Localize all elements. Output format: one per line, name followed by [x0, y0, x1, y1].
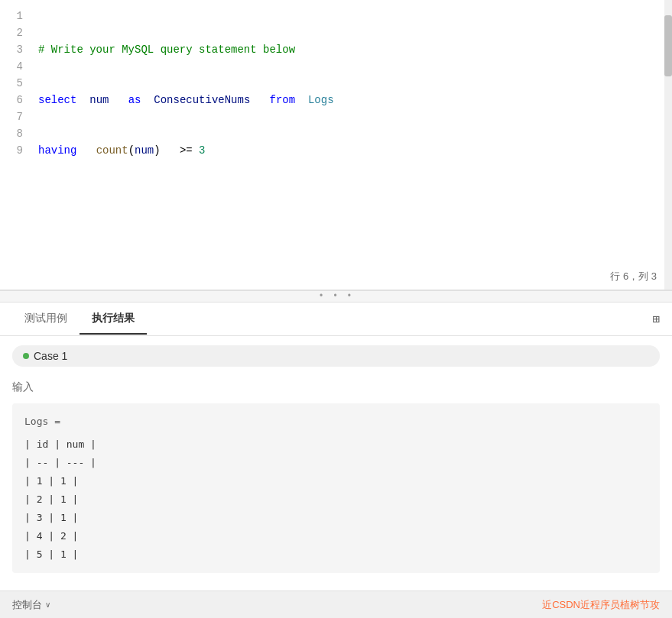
table-row: | 3 | 1 | [24, 509, 648, 527]
table-row: | -- | --- | [24, 454, 648, 472]
table-data: | id | num | | -- | --- | | 1 | 1 | | 2 … [24, 435, 648, 564]
watermark: 近CSDN近程序员植树节攻 [542, 598, 660, 612]
case-badge[interactable]: Case 1 [12, 345, 660, 367]
scrollbar-track[interactable] [664, 0, 672, 290]
case-dot-icon [23, 353, 29, 359]
code-content[interactable]: # Write your MySQL query statement below… [31, 8, 672, 282]
input-table: Logs = | id | num | | -- | --- | | 1 | 1… [12, 403, 660, 573]
input-label: 输入 [0, 376, 672, 399]
tab-execution-result[interactable]: 执行结果 [80, 304, 147, 335]
table-label: Logs = [24, 413, 648, 431]
table-row: | 4 | 2 | [24, 527, 648, 545]
cursor-status: 行 6，列 3 [610, 270, 657, 283]
code-editor[interactable]: 1 2 3 4 5 6 7 8 9 # Write your MySQL que… [0, 0, 672, 290]
console-label-text: 控制台 [12, 598, 42, 612]
table-row: | 5 | 1 | [24, 545, 648, 564]
chevron-down-icon: ∨ [45, 600, 50, 609]
drag-dots-icon: • • • [318, 291, 353, 302]
scrollbar-thumb[interactable] [664, 15, 672, 76]
tabs-row: 测试用例 执行结果 ⊞ [0, 303, 672, 336]
drag-handle[interactable]: • • • [0, 290, 672, 303]
bottom-bar: 控制台 ∨ 近CSDN近程序员植树节攻 [0, 590, 672, 618]
table-row: | 1 | 1 | [24, 472, 648, 490]
expand-icon[interactable]: ⊞ [652, 312, 660, 327]
table-row: | 2 | 1 | [24, 490, 648, 509]
table-row: | id | num | [24, 435, 648, 454]
console-toggle[interactable]: 控制台 ∨ [12, 598, 50, 612]
tab-test-cases[interactable]: 测试用例 [12, 304, 80, 335]
line-numbers: 1 2 3 4 5 6 7 8 9 [0, 8, 31, 282]
case-label: Case 1 [34, 350, 67, 362]
bottom-panel: 测试用例 执行结果 ⊞ Case 1 输入 Logs = | id | num … [0, 303, 672, 590]
